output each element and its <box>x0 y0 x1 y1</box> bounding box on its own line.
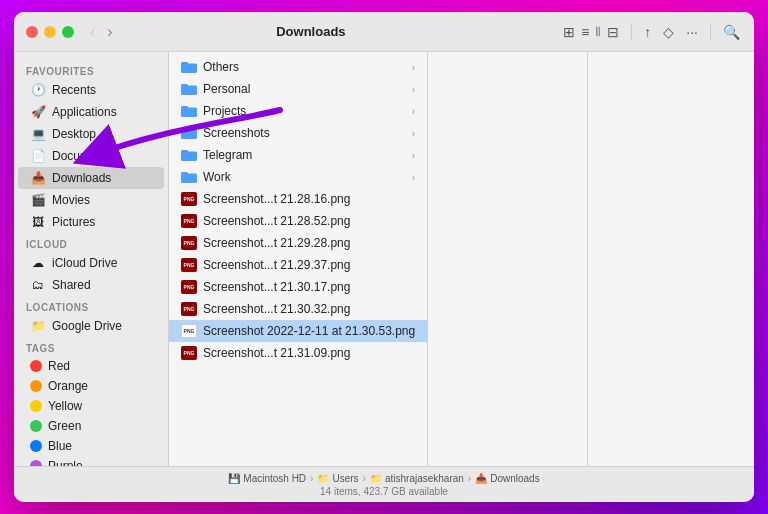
more-icon[interactable]: ··· <box>684 22 700 42</box>
sidebar-item-icloud-drive[interactable]: ☁ iCloud Drive <box>18 252 164 274</box>
statusbar: 💾 Macintosh HD › 📁 Users › 📁 atishrajase… <box>14 466 754 502</box>
share-icon[interactable]: ↑ <box>642 22 653 42</box>
png-file-icon-selected: PNG <box>181 324 197 338</box>
sidebar-item-label: Shared <box>52 278 91 292</box>
sidebar-item-label: Downloads <box>52 171 111 185</box>
breadcrumb-macintosh[interactable]: 💾 Macintosh HD <box>228 473 306 484</box>
sidebar-item-documents[interactable]: 📄 Documents <box>18 145 164 167</box>
list-item[interactable]: PNG Screenshot...t 21.29.37.png <box>169 254 427 276</box>
status-text: 14 items, 423.7 GB available <box>320 486 448 497</box>
breadcrumb-user[interactable]: 📁 atishrajasekharan <box>370 473 464 484</box>
file-pane-1[interactable]: Others › Personal › <box>169 52 427 368</box>
locations-label: Locations <box>14 296 168 315</box>
sidebar-item-google-drive[interactable]: 📁 Google Drive <box>18 315 164 337</box>
sidebar-item-label: Recents <box>52 83 96 97</box>
sidebar-item-label: Pictures <box>52 215 95 229</box>
shared-icon: 🗂 <box>30 277 46 293</box>
sidebar-item-movies[interactable]: 🎬 Movies <box>18 189 164 211</box>
downloads-folder-icon: 📥 <box>475 473 487 484</box>
grid-view-icon[interactable]: ⊞ <box>561 22 577 42</box>
list-item[interactable]: Projects › <box>169 100 427 122</box>
list-item[interactable]: Work › <box>169 166 427 188</box>
icloud-drive-icon: ☁ <box>30 255 46 271</box>
sidebar-item-label: iCloud Drive <box>52 256 117 270</box>
sidebar-item-desktop[interactable]: 💻 Desktop <box>18 123 164 145</box>
folder-icon <box>181 126 197 140</box>
list-view-icon[interactable]: ≡ <box>579 22 591 42</box>
png-file-icon: PNG <box>181 258 197 272</box>
list-item[interactable]: PNG Screenshot...t 21.30.32.png <box>169 298 427 320</box>
sidebar-item-label: Applications <box>52 105 117 119</box>
folder-icon <box>181 170 197 184</box>
file-name: Telegram <box>203 148 252 162</box>
search-icon[interactable]: 🔍 <box>721 22 742 42</box>
breadcrumb-users[interactable]: 📁 Users <box>317 473 358 484</box>
sidebar-item-applications[interactable]: 🚀 Applications <box>18 101 164 123</box>
list-item[interactable]: PNG Screenshot...t 21.29.28.png <box>169 232 427 254</box>
traffic-lights <box>26 26 74 38</box>
breadcrumb-sep: › <box>310 473 313 484</box>
list-item[interactable]: PNG Screenshot...t 21.28.52.png <box>169 210 427 232</box>
list-item[interactable]: Screenshots › <box>169 122 427 144</box>
list-item[interactable]: PNG Screenshot...t 21.30.17.png <box>169 276 427 298</box>
folder-icon <box>181 148 197 162</box>
columns-view-icon[interactable]: ⦀ <box>593 21 603 42</box>
file-name: Projects <box>203 104 246 118</box>
sidebar-item-label: Movies <box>52 193 90 207</box>
tag-icon[interactable]: ◇ <box>661 22 676 42</box>
file-name: Screenshot...t 21.28.16.png <box>203 192 350 206</box>
gallery-view-icon[interactable]: ⊟ <box>605 22 621 42</box>
tag-label: Yellow <box>48 399 82 413</box>
sidebar-item-tag-yellow[interactable]: Yellow <box>18 396 164 416</box>
chevron-right-icon: › <box>412 150 415 161</box>
file-name: Screenshot...t 21.29.28.png <box>203 236 350 250</box>
sidebar-item-label: Google Drive <box>52 319 122 333</box>
png-file-icon: PNG <box>181 214 197 228</box>
view-options: ⊞ ≡ ⦀ ⊟ <box>561 21 621 42</box>
sidebar-item-tag-purple[interactable]: Purple <box>18 456 164 466</box>
tag-label: Purple <box>48 459 83 466</box>
sidebar-item-recents[interactable]: 🕐 Recents <box>18 79 164 101</box>
list-item[interactable]: PNG Screenshot 2022-12-11 at 21.30.53.pn… <box>169 320 427 342</box>
list-item[interactable]: PNG Screenshot...t 21.31.09.png <box>169 342 427 364</box>
close-button[interactable] <box>26 26 38 38</box>
column-1: Others › Personal › <box>169 52 428 466</box>
breadcrumb-label: Downloads <box>490 473 539 484</box>
recents-icon: 🕐 <box>30 82 46 98</box>
list-item[interactable]: Others › <box>169 56 427 78</box>
minimize-button[interactable] <box>44 26 56 38</box>
sidebar-item-tag-orange[interactable]: Orange <box>18 376 164 396</box>
applications-icon: 🚀 <box>30 104 46 120</box>
file-name: Work <box>203 170 231 184</box>
png-file-icon: PNG <box>181 236 197 250</box>
breadcrumb-sep: › <box>363 473 366 484</box>
list-item[interactable]: Personal › <box>169 78 427 100</box>
yellow-tag-dot <box>30 400 42 412</box>
sidebar: Favourites 🕐 Recents 🚀 Applications 💻 De… <box>14 52 169 466</box>
list-item[interactable]: PNG Screenshot...t 21.28.16.png <box>169 188 427 210</box>
sidebar-item-tag-blue[interactable]: Blue <box>18 436 164 456</box>
chevron-right-icon: › <box>412 106 415 117</box>
tags-label: Tags <box>14 337 168 356</box>
sidebar-item-tag-red[interactable]: Red <box>18 356 164 376</box>
movies-icon: 🎬 <box>30 192 46 208</box>
sidebar-item-tag-green[interactable]: Green <box>18 416 164 436</box>
sidebar-item-shared[interactable]: 🗂 Shared <box>18 274 164 296</box>
list-item[interactable]: Telegram › <box>169 144 427 166</box>
google-drive-icon: 📁 <box>30 318 46 334</box>
chevron-right-icon: › <box>412 84 415 95</box>
breadcrumb-downloads[interactable]: 📥 Downloads <box>475 473 539 484</box>
sidebar-item-downloads[interactable]: 📥 Downloads <box>18 167 164 189</box>
desktop-icon: 💻 <box>30 126 46 142</box>
blue-tag-dot <box>30 440 42 452</box>
favourites-label: Favourites <box>14 60 168 79</box>
columns-area: Others › Personal › <box>169 52 754 466</box>
png-file-icon: PNG <box>181 346 197 360</box>
users-folder-icon: 📁 <box>317 473 329 484</box>
breadcrumb-label: atishrajasekharan <box>385 473 464 484</box>
user-folder-icon: 📁 <box>370 473 382 484</box>
finder-window: ‹ › Downloads ⊞ ≡ ⦀ ⊟ ↑ ◇ ··· 🔍 Favourit… <box>14 12 754 502</box>
sidebar-item-label: Documents <box>52 149 113 163</box>
file-name: Personal <box>203 82 250 96</box>
sidebar-item-pictures[interactable]: 🖼 Pictures <box>18 211 164 233</box>
